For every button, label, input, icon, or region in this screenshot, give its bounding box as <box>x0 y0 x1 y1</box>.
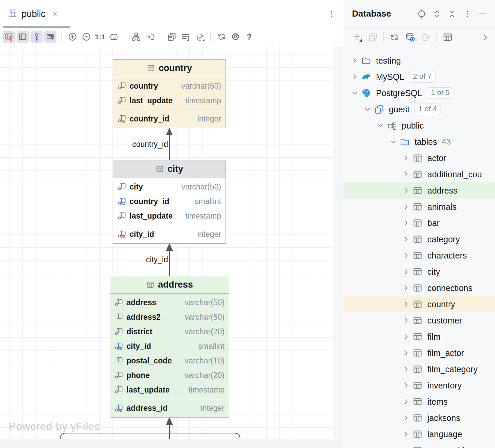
locate-icon[interactable] <box>416 8 427 20</box>
tree-row-tables[interactable]: tables43 <box>343 134 495 150</box>
tree-row-city[interactable]: city <box>343 264 495 280</box>
chevron-down-icon[interactable] <box>363 106 372 113</box>
diagram-table-address[interactable]: addressaddressvarchar(50)address2varchar… <box>110 276 229 418</box>
chevron-right-icon[interactable] <box>402 365 410 373</box>
tree-row-animals[interactable]: animals <box>343 199 495 215</box>
chevron-right-icon[interactable] <box>402 236 410 243</box>
show-key-columns-button[interactable] <box>30 31 43 43</box>
jump-to-source-button[interactable] <box>144 31 156 43</box>
tree-row-actor[interactable]: actor <box>343 150 495 166</box>
auto-layout-button[interactable] <box>130 31 142 43</box>
chevron-right-icon[interactable] <box>402 333 410 340</box>
column-row-address[interactable]: addressvarchar(50) <box>110 295 229 310</box>
tree-row-jacksons[interactable]: jacksons <box>343 410 495 426</box>
chevron-down-icon[interactable] <box>350 89 359 97</box>
close-icon[interactable] <box>51 10 58 18</box>
chevron-right-icon[interactable] <box>402 171 410 178</box>
select-text-button[interactable] <box>180 31 192 43</box>
chevron-right-icon[interactable] <box>402 382 410 389</box>
column-row-country_id[interactable]: country_idsmallint <box>113 194 226 209</box>
help-button[interactable]: ? <box>243 31 255 43</box>
chevron-right-icon[interactable] <box>402 414 410 422</box>
column-row-last_update[interactable]: last_updatetimestamp <box>113 209 226 223</box>
chevron-right-icon[interactable] <box>402 203 410 210</box>
chevron-right-icon[interactable] <box>402 187 410 194</box>
column-row-address_id[interactable]: address_idinteger <box>110 401 229 416</box>
tab-public[interactable]: public <box>0 0 61 28</box>
tree-row-film[interactable]: film <box>343 329 495 345</box>
horizontal-scrollbar-gutter[interactable] <box>0 439 343 448</box>
tree-row-language[interactable]: language <box>343 426 495 442</box>
actual-size-button[interactable]: 1:1 <box>94 31 106 43</box>
column-row-postal_code[interactable]: postal_codevarchar(10) <box>110 354 229 368</box>
data-source-properties-button[interactable] <box>405 32 415 42</box>
chevron-right-icon[interactable] <box>402 317 410 324</box>
refresh-button[interactable] <box>215 31 228 43</box>
column-row-city[interactable]: cityvarchar(50) <box>113 180 226 194</box>
column-row-district[interactable]: districtvarchar(20) <box>110 324 229 339</box>
chevron-right-icon[interactable] <box>481 33 490 42</box>
show-comments-button[interactable] <box>44 31 56 43</box>
tree-row-extra_table[interactable]: extra_table <box>343 442 495 448</box>
column-row-last_update[interactable]: last_updatetimestamp <box>110 383 229 397</box>
chevron-right-icon[interactable] <box>402 300 410 308</box>
zoom-out-button[interactable] <box>80 31 92 43</box>
tree-row-public[interactable]: public <box>343 117 495 134</box>
chevron-right-icon[interactable] <box>402 349 410 357</box>
fit-content-button[interactable] <box>108 31 120 43</box>
duplicate-button[interactable] <box>368 32 378 42</box>
tree-row-film_category[interactable]: film_category <box>343 361 495 377</box>
chevron-right-icon[interactable] <box>402 154 410 162</box>
chevron-down-icon[interactable] <box>389 138 398 145</box>
column-row-last_update[interactable]: last_updatetimestamp <box>113 93 226 108</box>
tree-row-characters[interactable]: characters <box>343 247 495 264</box>
copy-diagram-button[interactable] <box>166 31 178 43</box>
tree-row-connections[interactable]: connections <box>343 280 495 296</box>
tree-row-customer[interactable]: customer <box>343 312 495 329</box>
disconnect-button[interactable] <box>421 32 431 42</box>
tree-row-testing[interactable]: testing <box>343 52 495 69</box>
chevron-right-icon[interactable] <box>402 447 410 448</box>
tree-row-inventory[interactable]: inventory <box>343 377 495 394</box>
chevron-right-icon[interactable] <box>402 252 410 259</box>
tree-row-MySQL[interactable]: MySQL2 of 7 <box>343 69 495 85</box>
hide-panel-icon[interactable] <box>477 8 488 20</box>
column-row-city_id[interactable]: city_idinteger <box>113 227 226 242</box>
chevron-right-icon[interactable] <box>402 268 410 275</box>
tree-row-bar[interactable]: bar <box>343 215 495 231</box>
chevron-right-icon[interactable] <box>402 430 410 438</box>
column-row-country[interactable]: countryvarchar(50) <box>113 79 226 93</box>
export-diagram-button[interactable] <box>193 31 206 43</box>
more-options-kebab-icon[interactable] <box>462 8 473 20</box>
chevron-down-icon[interactable] <box>376 122 385 129</box>
tree-row-PostgreSQL[interactable]: PostgreSQL1 of 5 <box>343 85 495 101</box>
tree-row-address[interactable]: address <box>343 182 495 199</box>
tree-row-film_actor[interactable]: film_actor <box>343 345 495 361</box>
diagram-table-city[interactable]: citycityvarchar(50)country_idsmallintlas… <box>113 160 226 244</box>
new-button[interactable] <box>353 32 362 42</box>
column-row-country_id[interactable]: country_idinteger <box>113 112 226 126</box>
diagram-table-country[interactable]: countrycountryvarchar(50)last_updatetime… <box>113 59 226 128</box>
chevron-right-icon[interactable] <box>402 219 410 227</box>
tree-row-additional_cou[interactable]: additional_cou <box>343 166 495 182</box>
settings-button[interactable] <box>229 31 241 43</box>
chevron-right-icon[interactable] <box>402 284 410 292</box>
split-view-button[interactable] <box>17 31 29 43</box>
table-view-button[interactable] <box>443 32 453 42</box>
expand-all-icon[interactable] <box>431 8 443 20</box>
chevron-right-icon[interactable] <box>350 57 359 64</box>
column-row-phone[interactable]: phonevarchar(20) <box>110 368 229 383</box>
chevron-right-icon[interactable] <box>402 398 410 405</box>
tree-row-country[interactable]: country <box>343 296 495 312</box>
zoom-in-button[interactable] <box>66 31 78 43</box>
refresh-button[interactable] <box>390 32 399 42</box>
collapse-all-icon[interactable] <box>446 8 458 20</box>
vertical-scrollbar-gutter[interactable] <box>333 46 343 439</box>
tree-row-items[interactable]: items <box>343 394 495 410</box>
tab-options-kebab-icon[interactable] <box>327 9 336 18</box>
chevron-right-icon[interactable] <box>350 73 359 81</box>
diagram-canvas[interactable]: country_id city_id Powered by yFiles cou… <box>0 46 333 439</box>
column-row-address2[interactable]: address2varchar(50) <box>110 310 229 324</box>
column-row-city_id[interactable]: city_idsmallint <box>110 339 229 354</box>
tree-row-guest[interactable]: guest1 of 4 <box>343 101 495 117</box>
